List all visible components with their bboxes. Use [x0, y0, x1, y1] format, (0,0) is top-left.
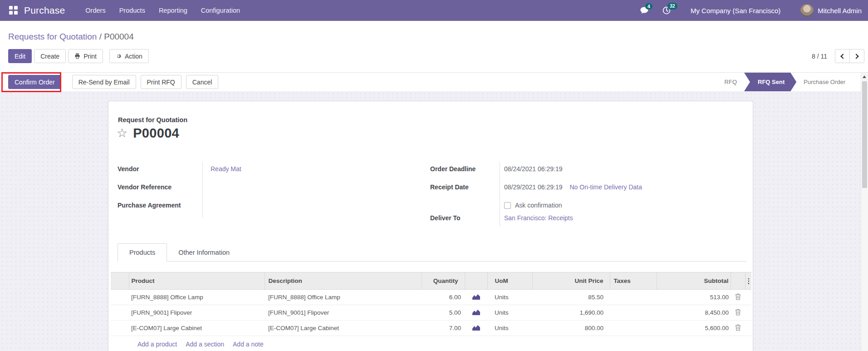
field-receipt-date: Receipt Date 08/29/2021 06:29:19 No On-t…: [430, 179, 748, 197]
receipt-date-value: 08/29/2021 06:29:19: [504, 183, 562, 191]
cell-taxes[interactable]: [610, 321, 657, 336]
edit-button[interactable]: Edit: [8, 49, 32, 63]
on-time-delivery-link[interactable]: No On-time Delivery Data: [569, 183, 642, 191]
cell-uom[interactable]: Units: [487, 305, 532, 321]
order-line-row[interactable]: [E-COM07] Large Cabinet [E-COM07] Large …: [111, 321, 751, 336]
cell-product[interactable]: [E-COM07] Large Cabinet: [129, 321, 265, 336]
vendor-value-link[interactable]: Ready Mat: [211, 165, 241, 173]
cell-description[interactable]: [FURN_8888] Office Lamp: [265, 290, 422, 305]
status-step-rfq-sent[interactable]: RFQ Sent: [744, 73, 796, 91]
cell-unit-price[interactable]: 1,690.00: [532, 305, 610, 321]
field-group-right: Order Deadline 08/24/2021 06:29:19 Recei…: [430, 161, 748, 227]
cell-subtotal[interactable]: 513.00: [657, 290, 731, 305]
form-statusbar-row: Confirm Order Re-Send by Email Print RFQ…: [0, 73, 868, 91]
row-handle: [111, 305, 129, 321]
cell-unit-price[interactable]: 85.50: [532, 290, 610, 305]
area-chart-icon[interactable]: [472, 309, 481, 316]
vertical-scrollbar[interactable]: [861, 73, 868, 351]
cell-subtotal[interactable]: 8,450.00: [657, 305, 731, 321]
action-button[interactable]: Action: [109, 49, 149, 63]
menu-reporting[interactable]: Reporting: [152, 0, 194, 21]
cell-uom[interactable]: Units: [487, 321, 532, 336]
tab-products[interactable]: Products: [118, 243, 167, 262]
row-handle: [111, 321, 129, 336]
vendor-reference-label: Vendor Reference: [118, 179, 202, 197]
pager-next-button[interactable]: [849, 49, 864, 63]
control-panel-buttons: Edit Create Print Action: [8, 49, 149, 63]
menu-configuration[interactable]: Configuration: [194, 0, 247, 21]
tab-other-information[interactable]: Other Information: [167, 243, 241, 261]
user-avatar[interactable]: [800, 4, 814, 17]
odoo-purchase-screen: Purchase Orders Products Reporting Confi…: [0, 0, 868, 351]
area-chart-icon[interactable]: [472, 293, 481, 300]
messages-button[interactable]: 4: [640, 7, 649, 15]
order-line-row[interactable]: [FURN_9001] Flipover [FURN_9001] Flipove…: [111, 305, 751, 321]
vendor-reference-value: [202, 179, 211, 197]
document-name: P00004: [133, 126, 179, 141]
deliver-to-value-link[interactable]: San Francisco: Receipts: [504, 214, 573, 222]
header-quantity: Quantity: [422, 272, 465, 290]
ask-confirmation-label: Ask confirmation: [515, 202, 562, 209]
add-a-product-link[interactable]: Add a product: [137, 341, 177, 348]
chevron-right-icon: [853, 54, 858, 59]
cell-product[interactable]: [FURN_8888] Office Lamp: [129, 290, 265, 305]
notebook-tabs: Products Other Information: [118, 243, 747, 262]
pager-previous-button[interactable]: [835, 49, 850, 63]
printer-icon: [74, 53, 80, 59]
breadcrumb: Requests for Quotation / P00004: [8, 32, 134, 42]
cell-quantity[interactable]: 6.00: [422, 290, 465, 305]
user-menu[interactable]: Mitchell Admin: [818, 7, 862, 15]
cell-uom[interactable]: Units: [487, 290, 532, 305]
cell-description[interactable]: [FURN_9001] Flipover: [265, 305, 422, 321]
print-button[interactable]: Print: [68, 49, 103, 63]
add-a-section-link[interactable]: Add a section: [186, 341, 224, 348]
apps-grid-icon[interactable]: [9, 6, 18, 15]
field-ask-confirmation: Ask confirmation: [430, 197, 748, 212]
header-taxes: Taxes: [610, 272, 657, 290]
cell-taxes[interactable]: [610, 305, 657, 321]
status-step-purchase-order[interactable]: Purchase Order: [796, 73, 853, 91]
scrollbar-up-arrow-icon[interactable]: [863, 75, 866, 78]
field-vendor-reference: Vendor Reference: [118, 179, 308, 197]
activities-badge: 32: [667, 3, 677, 10]
print-rfq-button[interactable]: Print RFQ: [141, 75, 181, 89]
cancel-button[interactable]: Cancel: [186, 75, 219, 89]
header-delete: [731, 272, 745, 290]
row-handle: [111, 290, 129, 305]
document-title-row: ☆ P00004: [117, 126, 179, 141]
cell-taxes[interactable]: [610, 290, 657, 305]
app-name[interactable]: Purchase: [24, 5, 65, 16]
ask-confirmation-checkbox[interactable]: [504, 202, 511, 209]
area-chart-icon[interactable]: [472, 324, 481, 331]
cell-description[interactable]: [E-COM07] Large Cabinet: [265, 321, 422, 336]
scrollbar-thumb[interactable]: [862, 81, 867, 188]
cell-quantity[interactable]: 5.00: [422, 305, 465, 321]
purchase-agreement-value: [202, 197, 211, 215]
menu-products[interactable]: Products: [113, 0, 152, 21]
order-deadline-value: 08/24/2021 06:29:19: [500, 161, 562, 179]
add-a-note-link[interactable]: Add a note: [233, 341, 264, 348]
trash-icon[interactable]: [735, 293, 741, 300]
cell-subtotal[interactable]: 5,600.00: [657, 321, 731, 336]
breadcrumb-parent[interactable]: Requests for Quotation: [8, 32, 97, 41]
order-line-row[interactable]: [FURN_8888] Office Lamp [FURN_8888] Offi…: [111, 290, 751, 305]
header-uom: UoM: [487, 272, 532, 290]
confirm-order-button[interactable]: Confirm Order: [8, 75, 61, 89]
cell-quantity[interactable]: 7.00: [422, 321, 465, 336]
menu-orders[interactable]: Orders: [78, 0, 112, 21]
resend-by-email-button[interactable]: Re-Send by Email: [72, 75, 136, 89]
trash-icon[interactable]: [735, 309, 741, 316]
activities-button[interactable]: 32: [662, 6, 671, 15]
group-separator: [202, 162, 203, 218]
header-unit-price: Unit Price: [532, 272, 610, 290]
star-icon[interactable]: ☆: [117, 127, 128, 139]
trash-icon[interactable]: [735, 324, 741, 331]
header-handle: [111, 272, 129, 290]
create-button[interactable]: Create: [34, 49, 66, 63]
cell-unit-price[interactable]: 800.00: [532, 321, 610, 336]
optional-columns-toggle[interactable]: ⋮: [745, 272, 751, 290]
cell-product[interactable]: [FURN_9001] Flipover: [129, 305, 265, 321]
group-separator: [500, 162, 500, 227]
company-switcher[interactable]: My Company (San Francisco): [691, 7, 780, 15]
status-step-rfq[interactable]: RFQ: [717, 73, 744, 91]
